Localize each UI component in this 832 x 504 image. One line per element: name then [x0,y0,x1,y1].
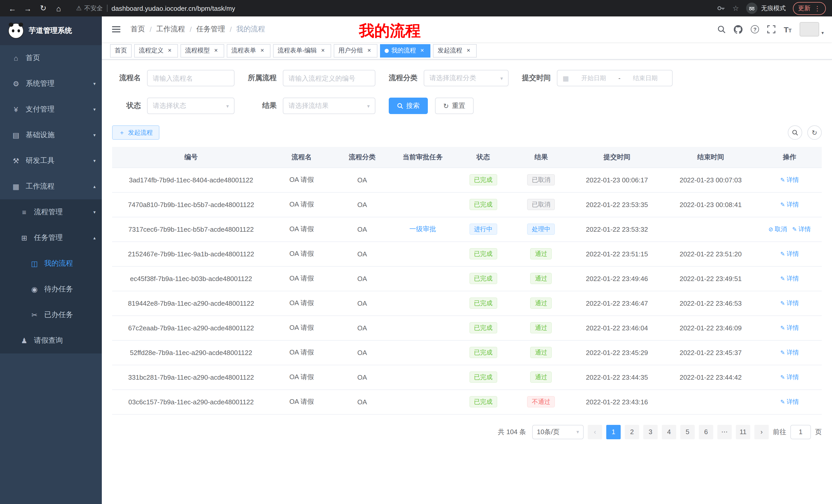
detail-action-link[interactable]: ✎详情 [792,225,811,233]
search-button[interactable]: 搜索 [389,97,428,114]
forward-icon[interactable]: → [22,2,34,15]
sidebar-item-infrastructure[interactable]: ▤基础设施▾ [0,122,102,148]
tab-my-process[interactable]: 我的流程× [380,44,431,57]
page-size-select[interactable]: 10条/页▾ [532,425,583,439]
more-pages-button[interactable]: ⋯ [717,425,732,439]
back-icon[interactable]: ← [6,2,19,15]
password-key-icon[interactable] [717,4,725,12]
status-select[interactable]: 请选择状态 ▾ [147,97,234,114]
owner-process-input[interactable] [283,70,375,86]
sidebar-item-devtools[interactable]: ⚒研发工具▾ [0,148,102,174]
tab-process-form-edit[interactable]: 流程表单-编辑× [273,44,331,57]
table-row: 52ffd28e-7b9a-11ec-a290-acde48001122OA 请… [112,340,822,365]
sidebar-item-home[interactable]: ⌂首页 [0,45,102,71]
close-icon[interactable]: × [212,47,219,54]
search-icon[interactable] [717,25,726,33]
detail-action-link[interactable]: ✎详情 [780,397,799,406]
sidebar-item-task-management[interactable]: ⊞任务管理▴ [0,225,102,251]
tab-user-group[interactable]: 用户分组× [334,44,378,57]
page-button-2[interactable]: 2 [625,425,639,439]
page-button-6[interactable]: 6 [699,425,713,439]
home-icon: ⌂ [11,54,21,62]
bookmark-star-icon[interactable]: ☆ [732,4,739,12]
detail-action-link[interactable]: ✎详情 [780,200,799,209]
page-button-5[interactable]: 5 [680,425,695,439]
close-icon[interactable]: × [319,47,327,54]
main-area: 我的流程 首页/工作流程/任务管理/我的流程 ? TT [102,17,832,504]
close-icon[interactable]: × [259,47,266,54]
toggle-search-button[interactable] [788,125,802,140]
monitor-icon: ▤ [11,131,21,139]
workflow-icon: ▦ [11,183,21,191]
goto-page-input[interactable] [790,425,811,439]
detail-action-link[interactable]: ✎详情 [780,324,799,332]
cancel-action-link[interactable]: ⊘取消 [769,225,787,233]
sidebar-item-my-process[interactable]: ◫我的流程 [0,251,102,276]
detail-action-link[interactable]: ✎详情 [780,175,799,184]
sidebar-item-system[interactable]: ⚙系统管理▾ [0,71,102,96]
tab-home[interactable]: 首页 [110,44,132,57]
sidebar-item-todo-task[interactable]: ◉待办任务 [0,276,102,302]
detail-action-link[interactable]: ✎详情 [780,299,799,307]
address-bar[interactable]: ⚠ 不安全 dashboard.yudao.iocoder.cn/bpm/tas… [68,4,714,12]
cell-actions: ✎详情 [757,365,822,389]
home-icon[interactable]: ⌂ [52,2,65,15]
table-header-row: 编号流程名流程分类当前审批任务状态结果提交时间结束时间操作 [112,147,822,167]
fullscreen-icon[interactable] [767,25,775,33]
category-select[interactable]: 请选择流程分类 ▾ [424,70,509,86]
sidebar-item-done-task[interactable]: ✂已办任务 [0,302,102,328]
tab-process-form[interactable]: 流程表单× [227,44,270,57]
next-page-button[interactable]: › [754,425,769,439]
close-icon[interactable]: × [419,47,426,54]
close-icon[interactable]: × [166,47,173,54]
result-select[interactable]: 请选择流结果 ▾ [283,97,375,114]
refresh-table-button[interactable]: ↻ [807,125,822,140]
tab-start-process[interactable]: 发起流程× [433,44,477,57]
detail-action-link[interactable]: ✎详情 [780,249,799,258]
help-icon[interactable]: ? [751,25,759,33]
column-header-7: 结束时间 [664,147,757,167]
page-button-1[interactable]: 1 [606,425,621,439]
detail-action-link[interactable]: ✎详情 [780,373,799,382]
cell-category: OA [333,167,391,192]
hamburger-icon[interactable] [110,24,122,34]
cell-category: OA [333,266,391,291]
breadcrumb-item: 我的流程 [236,25,265,34]
tab-label: 用户分组 [338,46,363,55]
result-badge: 通过 [530,371,552,383]
incognito-badge[interactable]: 无痕模式 [746,3,786,14]
filter-process-name: 流程名 [112,70,234,86]
close-icon[interactable]: × [366,47,373,54]
page-button-4[interactable]: 4 [662,425,676,439]
update-label: 更新 [798,4,810,12]
user-avatar-menu[interactable]: ▾ [800,22,824,36]
github-icon[interactable] [734,25,743,34]
detail-action-link[interactable]: ✎详情 [780,348,799,357]
font-size-icon[interactable]: TT [784,25,791,33]
reset-button[interactable]: ↻ 重置 [435,97,474,114]
breadcrumb-item[interactable]: 工作流程 [156,25,185,34]
app-logo[interactable]: 芋道管理系统 [0,17,102,45]
sidebar-item-leave-query[interactable]: ♟请假查询 [0,328,102,354]
prev-page-button[interactable]: ‹ [588,425,602,439]
breadcrumb-item[interactable]: 任务管理 [197,25,225,34]
create-process-button[interactable]: ＋ 发起流程 [112,125,159,140]
breadcrumb-item[interactable]: 首页 [131,25,145,34]
sidebar-item-payment[interactable]: ¥支付管理▾ [0,96,102,122]
result-badge: 已取消 [527,199,555,210]
page-button-3[interactable]: 3 [643,425,658,439]
security-warning[interactable]: ⚠ 不安全 [76,4,103,12]
process-name-input[interactable] [147,70,234,86]
approval-task-link[interactable]: 一级审批 [409,225,436,233]
date-range-picker[interactable]: ▦ 开始日期 - 结束日期 [557,70,673,86]
logo-avatar [8,23,24,38]
tab-process-definition[interactable]: 流程定义× [134,44,178,57]
sidebar-item-workflow[interactable]: ▦工作流程▴ [0,174,102,199]
close-icon[interactable]: × [465,47,472,54]
page-button-11[interactable]: 11 [736,425,750,439]
reload-icon[interactable]: ↻ [37,2,49,15]
tab-process-model[interactable]: 流程模型× [181,44,224,57]
sidebar-item-process-management[interactable]: ≡流程管理▾ [0,199,102,225]
detail-action-link[interactable]: ✎详情 [780,274,799,283]
browser-update-button[interactable]: 更新 ⋮ [793,2,826,15]
